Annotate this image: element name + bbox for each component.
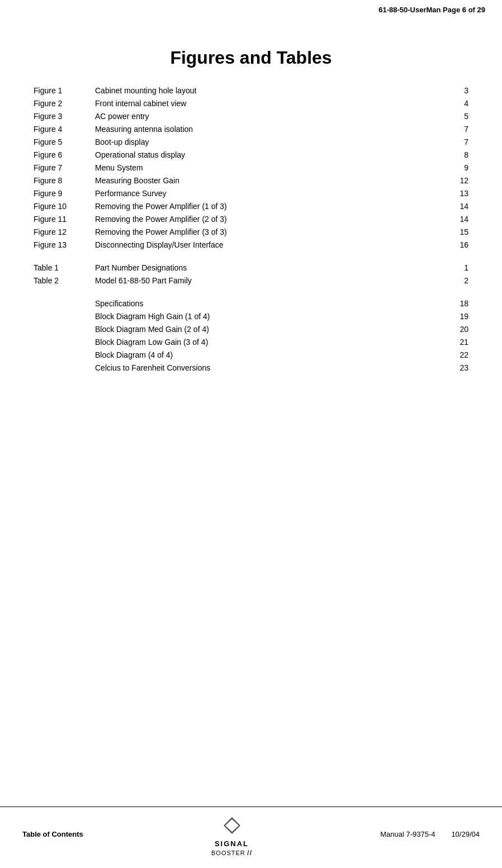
figure-description: Removing the Power Amplifier (2 of 3) <box>95 214 452 225</box>
figure-page: 7 <box>452 136 468 148</box>
figure-label: Figure 13 <box>34 239 95 251</box>
manual-date: 10/29/04 <box>451 830 480 838</box>
unlabeled-page: 23 <box>452 362 468 374</box>
unlabeled-description: Block Diagram (4 of 4) <box>95 349 452 361</box>
figure-page: 14 <box>452 214 468 225</box>
unlabeled-row: Specifications 18 <box>34 298 468 310</box>
signal-booster-logo-svg <box>215 812 249 839</box>
table-description: Part Number Designations <box>95 262 452 274</box>
unlabeled-page: 21 <box>452 336 468 348</box>
figure-page: 15 <box>452 226 468 238</box>
unlabeled-page: 22 <box>452 349 468 361</box>
figure-description: Front internal cabinet view <box>95 98 452 110</box>
unlabeled-page: 18 <box>452 298 468 310</box>
figure-row: Figure 4 Measuring antenna isolation 7 <box>34 124 468 135</box>
unlabeled-description: Block Diagram Med Gain (2 of 4) <box>95 324 452 335</box>
figure-page: 4 <box>452 98 468 110</box>
figure-label: Figure 6 <box>34 149 95 161</box>
figure-description: Measuring antenna isolation <box>95 124 452 135</box>
unlabeled-description: Specifications <box>95 298 452 310</box>
figure-page: 14 <box>452 201 468 212</box>
figure-description: Cabinet mounting hole layout <box>95 85 452 97</box>
figure-page: 9 <box>452 162 468 174</box>
figure-label: Figure 10 <box>34 201 95 212</box>
figure-description: Removing the Power Amplifier (3 of 3) <box>95 226 452 238</box>
logo-booster-text: BOOSTER <box>211 850 245 856</box>
figure-page: 3 <box>452 85 468 97</box>
figure-row: Figure 1 Cabinet mounting hole layout 3 <box>34 85 468 97</box>
table-page: 2 <box>452 275 468 287</box>
figure-row: Figure 2 Front internal cabinet view 4 <box>34 98 468 110</box>
figures-section: Figure 1 Cabinet mounting hole layout 3 … <box>34 85 468 251</box>
logo-signal-text: SIGNAL <box>215 839 249 848</box>
unlabeled-page: 20 <box>452 324 468 335</box>
figure-row: Figure 12 Removing the Power Amplifier (… <box>34 226 468 238</box>
table-page: 1 <box>452 262 468 274</box>
manual-number: Manual 7-9375-4 <box>380 830 435 838</box>
figure-page: 8 <box>452 149 468 161</box>
figure-description: AC power entry <box>95 111 452 122</box>
figure-description: Menu System <box>95 162 452 174</box>
unlabeled-description: Block Diagram High Gain (1 of 4) <box>95 311 452 322</box>
header-text: 61-88-50-UserMan Page 6 of 29 <box>378 6 485 14</box>
figure-row: Figure 8 Measuring Booster Gain 12 <box>34 175 468 187</box>
figure-label: Figure 7 <box>34 162 95 174</box>
figure-description: Measuring Booster Gain <box>95 175 452 187</box>
figure-label: Figure 8 <box>34 175 95 187</box>
figure-description: Operational status display <box>95 149 452 161</box>
figure-label: Figure 3 <box>34 111 95 122</box>
figure-page: 12 <box>452 175 468 187</box>
figure-label: Figure 9 <box>34 188 95 200</box>
table-description: Model 61-88-50 Part Family <box>95 275 452 287</box>
unlabeled-page: 19 <box>452 311 468 322</box>
figure-row: Figure 7 Menu System 9 <box>34 162 468 174</box>
unlabeled-description: Block Diagram Low Gain (3 of 4) <box>95 336 452 348</box>
logo-roman-text: II <box>247 848 252 857</box>
figure-label: Figure 2 <box>34 98 95 110</box>
figure-row: Figure 10 Removing the Power Amplifier (… <box>34 201 468 212</box>
svg-marker-1 <box>225 819 239 832</box>
unlabeled-row: Block Diagram High Gain (1 of 4) 19 <box>34 311 468 322</box>
footer-left-label: Table of Contents <box>22 830 83 838</box>
figure-row: Figure 13 Disconnecting Display/User Int… <box>34 239 468 251</box>
unlabeled-row: Celcius to Farenheit Conversions 23 <box>34 362 468 374</box>
figure-label: Figure 11 <box>34 214 95 225</box>
table-row: Table 1 Part Number Designations 1 <box>34 262 468 274</box>
tables-section: Table 1 Part Number Designations 1 Table… <box>34 262 468 287</box>
figure-row: Figure 5 Boot-up display 7 <box>34 136 468 148</box>
page-header: 61-88-50-UserMan Page 6 of 29 <box>0 0 502 14</box>
page-footer: Table of Contents SIGNAL BOOSTER II Manu… <box>0 807 502 857</box>
unlabeled-row: Block Diagram Med Gain (2 of 4) 20 <box>34 324 468 335</box>
figure-page: 13 <box>452 188 468 200</box>
figure-row: Figure 9 Performance Survey 13 <box>34 188 468 200</box>
figure-row: Figure 6 Operational status display 8 <box>34 149 468 161</box>
unlabeled-row: Block Diagram Low Gain (3 of 4) 21 <box>34 336 468 348</box>
figure-label: Figure 4 <box>34 124 95 135</box>
figure-description: Performance Survey <box>95 188 452 200</box>
figure-page: 7 <box>452 124 468 135</box>
footer-logo: SIGNAL BOOSTER II <box>211 812 252 857</box>
figure-row: Figure 3 AC power entry 5 <box>34 111 468 122</box>
figure-page: 5 <box>452 111 468 122</box>
table-label: Table 2 <box>34 275 95 287</box>
unlabeled-description: Celcius to Farenheit Conversions <box>95 362 452 374</box>
table-row: Table 2 Model 61-88-50 Part Family 2 <box>34 275 468 287</box>
figure-label: Figure 12 <box>34 226 95 238</box>
unlabeled-row: Block Diagram (4 of 4) 22 <box>34 349 468 361</box>
figure-label: Figure 5 <box>34 136 95 148</box>
figure-description: Boot-up display <box>95 136 452 148</box>
page-title: Figures and Tables <box>34 48 468 68</box>
figure-description: Removing the Power Amplifier (1 of 3) <box>95 201 452 212</box>
figure-page: 16 <box>452 239 468 251</box>
figure-description: Disconnecting Display/User Interface <box>95 239 452 251</box>
figure-row: Figure 11 Removing the Power Amplifier (… <box>34 214 468 225</box>
figure-label: Figure 1 <box>34 85 95 97</box>
unlabeled-section: Specifications 18 Block Diagram High Gai… <box>34 298 468 374</box>
footer-right: Manual 7-9375-4 10/29/04 <box>380 830 480 838</box>
table-label: Table 1 <box>34 262 95 274</box>
